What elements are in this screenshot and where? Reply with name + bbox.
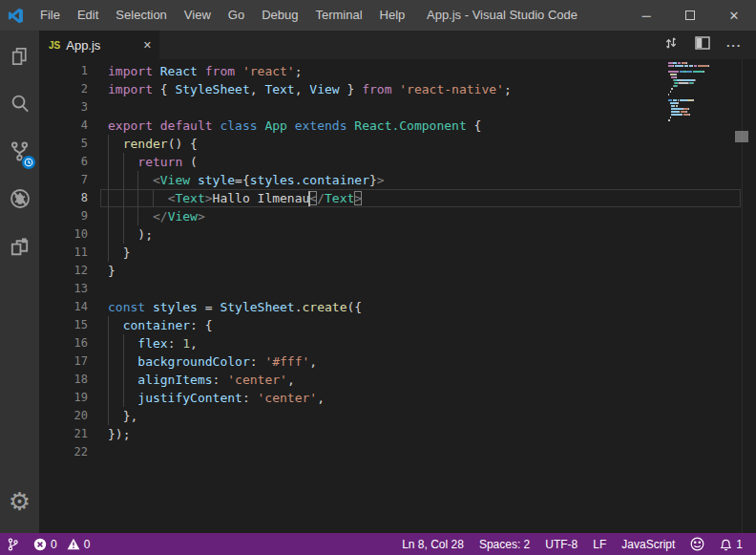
minimize-button[interactable]: ─ <box>624 0 668 31</box>
status-indentation[interactable]: Spaces: 2 <box>472 533 537 555</box>
split-editor-icon[interactable] <box>695 36 710 53</box>
overview-ruler-cursor-marker <box>735 131 748 142</box>
code-line[interactable]: 21}); <box>39 425 756 443</box>
activity-item-extensions[interactable] <box>0 224 39 272</box>
code-line[interactable]: 4export default class App extends React.… <box>39 117 756 135</box>
status-notifications[interactable]: 1 <box>712 533 750 555</box>
settings-gear-button[interactable]: ⚙ <box>0 478 39 525</box>
code-line[interactable]: 11 } <box>39 244 756 262</box>
code-line-content <box>100 443 741 461</box>
menu-item-go[interactable]: Go <box>220 0 253 31</box>
code-line-content: export default class App extends React.C… <box>100 117 741 135</box>
errors-icon <box>33 538 47 551</box>
code-line[interactable]: 14const styles = StyleSheet.create({ <box>39 298 756 316</box>
close-button[interactable]: ✕ <box>712 0 756 31</box>
code-line[interactable]: 19 justifyContent: 'center', <box>39 389 756 407</box>
bracket-match: > <box>354 191 362 205</box>
code-line[interactable]: 3 <box>39 98 756 117</box>
code-token: } <box>369 173 377 187</box>
activity-item-files[interactable] <box>0 33 39 81</box>
line-number: 18 <box>39 371 88 389</box>
more-actions-icon[interactable]: ··· <box>726 38 742 53</box>
code-token: 'center' <box>227 373 287 387</box>
code-line[interactable]: 7 <View style={styles.container}> <box>39 171 756 189</box>
code-line[interactable]: 12} <box>39 262 756 280</box>
code-token: justifyContent <box>137 391 242 405</box>
code-token: { <box>160 82 176 96</box>
warnings-icon <box>67 538 80 550</box>
code-token: < <box>153 173 160 187</box>
line-number: 20 <box>39 407 88 425</box>
compare-changes-icon[interactable] <box>663 35 679 54</box>
text-cursor <box>308 191 310 206</box>
code-line[interactable]: 20 }, <box>39 407 756 425</box>
indent-guide <box>108 207 109 225</box>
code-token: View <box>168 209 198 224</box>
code-token: , <box>190 336 198 351</box>
problems-status[interactable]: 0 0 <box>26 533 97 555</box>
minimap-line <box>668 111 739 113</box>
menu-item-edit[interactable]: Edit <box>69 0 107 31</box>
code-line-content: const styles = StyleSheet.create({ <box>100 298 741 316</box>
code-line[interactable]: 13 <box>39 280 756 298</box>
status-cursor-position[interactable]: Ln 8, Col 28 <box>394 533 472 555</box>
vertical-scrollbar[interactable] <box>742 59 756 533</box>
activity-item-source-control[interactable] <box>0 129 39 177</box>
code-line[interactable]: 2import { StyleSheet, Text, View } from … <box>39 80 756 98</box>
activity-item-search[interactable] <box>0 81 39 129</box>
debug-icon <box>9 187 32 214</box>
tab-close-icon[interactable]: ✕ <box>143 39 152 52</box>
maximize-button[interactable] <box>668 0 712 31</box>
status-language-mode[interactable]: JavaScript <box>614 533 682 555</box>
tab-appjs[interactable]: JS App.js ✕ <box>39 31 159 59</box>
code-token: styles.container <box>250 173 369 187</box>
code-line[interactable]: 8 <Text>Hallo Ilmenau</Text> <box>39 189 756 207</box>
status-feedback[interactable] <box>682 533 712 555</box>
code-line[interactable]: 9 </View> <box>39 207 756 225</box>
code-line[interactable]: 16 flex: 1, <box>39 334 756 352</box>
menu-item-terminal[interactable]: Terminal <box>306 0 370 31</box>
menu-item-file[interactable]: File <box>32 0 69 31</box>
code-token: > <box>205 191 213 205</box>
line-number: 11 <box>39 244 88 262</box>
status-notifications-label: 1 <box>736 538 743 551</box>
indent-guide <box>108 135 109 153</box>
activity-item-debug[interactable] <box>0 177 39 224</box>
code-line[interactable]: 5 render() { <box>39 135 756 153</box>
code-line-content: }); <box>100 425 741 443</box>
status-eol[interactable]: LF <box>585 533 614 555</box>
code-line-content: return ( <box>100 153 741 171</box>
menu-item-selection[interactable]: Selection <box>107 0 175 31</box>
code-token: () { <box>168 137 198 151</box>
status-encoding[interactable]: UTF-8 <box>537 533 585 555</box>
minimap[interactable] <box>668 62 739 125</box>
code-line-content: flex: 1, <box>100 334 741 352</box>
code-token: </ <box>153 209 168 224</box>
code-line[interactable]: 15 container: { <box>39 316 756 334</box>
indent-guide <box>123 225 124 244</box>
minimap-line <box>668 85 739 87</box>
menu-item-debug[interactable]: Debug <box>253 0 306 31</box>
menu-item-view[interactable]: View <box>176 0 220 31</box>
code-editor[interactable]: 1import React from 'react';2import { Sty… <box>39 59 756 533</box>
code-line-content: } <box>100 244 741 262</box>
indent-guide <box>108 225 109 244</box>
minimap-line <box>668 74 739 75</box>
code-line[interactable]: 10 ); <box>39 225 756 244</box>
git-branch-status[interactable] <box>0 533 26 555</box>
code-token: : <box>242 391 258 405</box>
window-title: App.js - Visual Studio Code <box>387 0 618 31</box>
code-line[interactable]: 18 alignItems: 'center', <box>39 371 756 389</box>
code-line[interactable]: 6 return ( <box>39 153 756 171</box>
code-token: ); <box>137 227 153 242</box>
status-language-mode-label: JavaScript <box>621 538 675 551</box>
code-token: 'center' <box>258 391 318 405</box>
git-branch-icon <box>8 538 18 551</box>
code-line[interactable]: 22 <box>39 443 756 461</box>
code-line-content: <Text>Hallo Ilmenau</Text> <box>100 189 741 207</box>
code-token: / <box>317 191 325 205</box>
code-line[interactable]: 17 backgroundColor: '#fff', <box>39 352 756 371</box>
menu-item-help[interactable]: Help <box>371 0 414 31</box>
code-line[interactable]: 1import React from 'react'; <box>39 62 756 80</box>
indent-guide <box>108 389 109 407</box>
